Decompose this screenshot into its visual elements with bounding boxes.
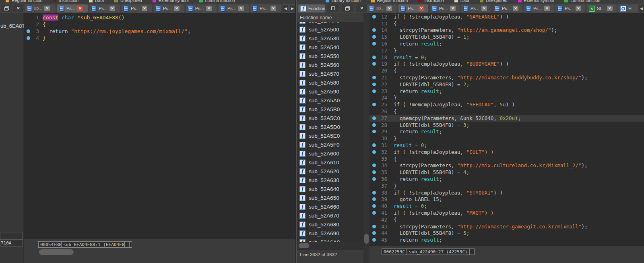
- tab-close-button[interactable]: ✕: [576, 6, 581, 11]
- breakpoint-dot[interactable]: [369, 76, 378, 79]
- functions-column-header[interactable]: Function name: [297, 13, 363, 22]
- function-list-item-partial-bottom[interactable]: fsub_52A6A0: [297, 238, 363, 242]
- function-list-item[interactable]: fsub_52A620: [297, 167, 363, 176]
- breakpoint-dot[interactable]: [372, 130, 376, 133]
- code-line-15[interactable]: 15 LOBYTE(dbl_55B4F8) = 1;: [369, 33, 644, 40]
- code-line-18[interactable]: 18result = 0;: [369, 54, 644, 61]
- pseudocode-pane-right[interactable]: 12if ( !strcmp(aJoypleau, "GAMEANGEL") )…: [369, 13, 644, 246]
- function-list-item[interactable]: fsub_52A5C0: [297, 114, 363, 122]
- tab-ps[interactable]: Ps...✕: [430, 4, 460, 12]
- breakpoint-dot[interactable]: [369, 56, 378, 59]
- tab-close-button[interactable]: ✕: [206, 6, 212, 11]
- breakpoint-dot[interactable]: [369, 15, 378, 19]
- code-line-19[interactable]: 19if ( !strcmp(aJoypleau, "BUDDYGAME") ): [369, 61, 644, 68]
- function-list-item[interactable]: fsub_52A5E0: [297, 131, 363, 140]
- tab-ps[interactable]: Ps...✕: [524, 4, 554, 12]
- breakpoint-dot[interactable]: [369, 170, 378, 174]
- breakpoint-dot[interactable]: [24, 29, 33, 33]
- function-list-item-partial-top[interactable]: fsub_52A4F0: [297, 22, 363, 25]
- function-list-item[interactable]: fsub_52A640: [297, 184, 363, 193]
- breakpoint-dot[interactable]: [369, 177, 378, 181]
- code-line-13[interactable]: 13{: [369, 20, 644, 27]
- breakpoint-dot[interactable]: [27, 36, 30, 40]
- function-list-item[interactable]: fsub_52A650: [297, 193, 363, 202]
- code-line-24[interactable]: 24}: [369, 95, 644, 101]
- function-list-item[interactable]: fsub_52A680: [297, 220, 363, 229]
- tab-ps[interactable]: Ps...✕: [89, 4, 120, 12]
- breakpoint-dot[interactable]: [27, 29, 30, 33]
- panel-restore-button[interactable]: [342, 4, 353, 12]
- breakpoint-dot[interactable]: [369, 28, 378, 32]
- breakpoint-dot[interactable]: [369, 164, 378, 167]
- breakpoint-dot[interactable]: [24, 36, 33, 40]
- code-line-33[interactable]: 33{: [369, 155, 644, 162]
- code-line-39[interactable]: 39 goto LABEL_15;: [369, 196, 644, 203]
- breakpoint-dot[interactable]: [372, 28, 376, 32]
- scrollbar-thumb[interactable]: [364, 234, 369, 244]
- code-line-36[interactable]: 36 return result;: [369, 176, 644, 182]
- breakpoint-dot[interactable]: [372, 204, 376, 208]
- code-line-44[interactable]: 44 LOBYTE(dbl_55B4F8) = 5;: [369, 230, 644, 237]
- breakpoint-dot[interactable]: [372, 35, 376, 39]
- tab-close-button[interactable]: ✕: [77, 6, 83, 11]
- function-list-item[interactable]: fsub_52A660: [297, 202, 363, 211]
- breakpoint-dot[interactable]: [372, 123, 376, 127]
- code-line-30[interactable]: 30}: [369, 135, 644, 142]
- tab-ps[interactable]: Ps...✕: [461, 4, 491, 12]
- scrollbar-thumb[interactable]: [299, 243, 309, 248]
- tab-close-button[interactable]: ✕: [544, 6, 550, 11]
- function-name-fragment[interactable]: ub_6EA87: [0, 23, 25, 29]
- tab-ps[interactable]: Ps...✕: [250, 4, 281, 12]
- code-line-17[interactable]: 17}: [369, 47, 644, 54]
- code-line-25[interactable]: 25if ( !memcmp(aJoypleau, "SEEDCAU", 5u)…: [369, 101, 644, 108]
- breakpoint-dot[interactable]: [372, 116, 376, 120]
- function-list-item[interactable]: fsub_52A530: [297, 34, 363, 43]
- functions-vscrollbar[interactable]: [363, 13, 369, 250]
- code-line-4[interactable]: 4}: [24, 35, 295, 41]
- function-list-item[interactable]: fsub_52A630: [297, 176, 363, 184]
- breakpoint-dot[interactable]: [369, 83, 378, 86]
- breakpoint-dot[interactable]: [369, 143, 378, 147]
- functions-panel-tab[interactable]: f Functions: [298, 4, 325, 12]
- breakpoint-dot[interactable]: [369, 35, 378, 39]
- pseudocode-pane-left[interactable]: 1const char *sub_6EAD4F88()2{3 return "h…: [24, 13, 295, 239]
- breakpoint-dot[interactable]: [369, 116, 378, 120]
- tab-id[interactable]: ID...✕: [25, 4, 56, 12]
- breakpoint-dot[interactable]: [369, 130, 378, 133]
- code-line-22[interactable]: 22 LOBYTE(dbl_55B4F8) = 2;: [369, 81, 644, 88]
- breakpoint-dot[interactable]: [372, 103, 376, 106]
- tab-st[interactable]: sSt...✕: [587, 4, 617, 12]
- function-list-item[interactable]: fsub_52A580: [297, 78, 363, 87]
- code-line-1[interactable]: 1const char *sub_6EAD4F88(): [24, 14, 295, 21]
- tab-scroll-right-button[interactable]: ▶: [289, 5, 295, 12]
- panel-close-button[interactable]: ✕: [356, 4, 367, 12]
- function-list-item[interactable]: fsub_52A570: [297, 69, 363, 78]
- function-list-item[interactable]: fsub_52A610: [297, 158, 363, 167]
- tab-ps[interactable]: Ps...✕: [186, 4, 217, 12]
- breakpoint-dot[interactable]: [369, 197, 378, 201]
- tab-close-button[interactable]: ✕: [481, 6, 487, 11]
- code-line-26[interactable]: 26{: [369, 108, 644, 115]
- tab-close-button[interactable]: ✕: [450, 6, 456, 11]
- breakpoint-dot[interactable]: [372, 177, 376, 181]
- breakpoint-dot[interactable]: [369, 191, 378, 195]
- tab-close-button[interactable]: ✕: [386, 6, 392, 11]
- function-list-item[interactable]: fsub_52A560: [297, 60, 363, 69]
- code-line-29[interactable]: 29 return result;: [369, 128, 644, 135]
- tab-scroll-left-button[interactable]: ◀: [283, 5, 289, 12]
- breakpoint-dot[interactable]: [372, 164, 376, 167]
- function-list-item[interactable]: fsub_52A500: [297, 25, 363, 34]
- code-line-20[interactable]: 20{: [369, 67, 644, 74]
- breakpoint-dot[interactable]: [369, 62, 378, 66]
- breakpoint-dot[interactable]: [372, 225, 376, 228]
- breakpoint-dot[interactable]: [372, 15, 376, 19]
- function-list-item[interactable]: fsub_52A540: [297, 43, 363, 52]
- tab-close-button[interactable]: ✕: [270, 6, 276, 11]
- panel-close-button[interactable]: ✕: [13, 4, 23, 12]
- code-line-28[interactable]: 28 LOBYTE(dbl_55B4F8) = 3;: [369, 122, 644, 128]
- tab-close-button[interactable]: ✕: [44, 6, 50, 11]
- function-list-item[interactable]: fsub_52A6A0: [297, 238, 363, 242]
- function-list-item[interactable]: fsub_52A550: [297, 52, 363, 60]
- tab-ps[interactable]: Ps...✕: [122, 4, 152, 12]
- breakpoint-dot[interactable]: [372, 89, 376, 93]
